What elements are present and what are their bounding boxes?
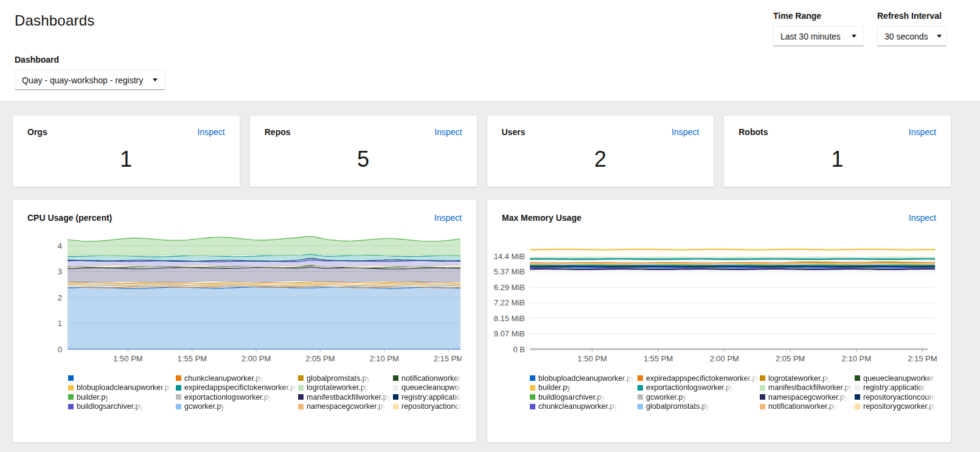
legend-label: blobuploadcleanupworker.py: [77, 383, 173, 392]
legend-item: notificationworker.py: [393, 374, 462, 383]
legend-label: expiredappspecifictokenworker.py: [646, 374, 760, 383]
legend-label: blobuploadcleanupworker.py: [538, 374, 634, 383]
stat-card-repos: Repos Inspect 5: [250, 116, 477, 187]
svg-text:0: 0: [58, 345, 62, 354]
stat-value: 2: [502, 137, 700, 179]
stat-value: 1: [738, 137, 936, 179]
legend-item: exportactionlogsworker.py: [176, 392, 298, 402]
legend-label: builder.py: [538, 383, 571, 392]
legend-swatch-icon: [393, 394, 398, 400]
legend-item: registry:application: [855, 383, 936, 393]
legend-swatch-icon: [68, 394, 74, 400]
legend-item: expiredappspecifictokenworker.py: [176, 383, 298, 393]
legend-item: manifestbackfillworker.py: [298, 392, 393, 402]
legend-item: builder.py: [530, 383, 638, 393]
legend-swatch-icon: [638, 375, 643, 381]
chart-cards-row: CPU Usage (percent) Inspect 012341:50 PM…: [13, 200, 951, 442]
legend-swatch-icon: [176, 404, 181, 409]
inspect-link[interactable]: Inspect: [434, 213, 462, 223]
stat-card-title: Robots: [738, 127, 768, 137]
legend-swatch-icon: [855, 375, 860, 381]
legend-label: globalpromstats.py: [646, 402, 710, 411]
legend-item: logrotateworker.py: [760, 374, 855, 383]
svg-text:1:50 PM: 1:50 PM: [577, 354, 606, 363]
legend-label: notificationworker.py: [768, 402, 837, 411]
legend-item: [68, 374, 176, 383]
max-memory-usage-chart[interactable]: 0 B19.07 MiB38.15 MiB57.22 MiB76.29 MiB9…: [493, 228, 937, 366]
legend-label: namespacegcworker.py: [307, 402, 386, 411]
svg-text:2:05 PM: 2:05 PM: [776, 354, 805, 363]
svg-text:95.37 MiB: 95.37 MiB: [493, 267, 525, 276]
inspect-link[interactable]: Inspect: [909, 213, 936, 223]
legend-item: exportactionlogsworker.py: [638, 383, 760, 393]
stat-card-title: Orgs: [27, 127, 47, 137]
dashboard-label: Dashboard: [15, 55, 965, 64]
legend-swatch-icon: [638, 404, 643, 409]
time-range-group: Time Range Last 30 minutes: [773, 11, 864, 46]
legend-swatch-icon: [855, 394, 860, 400]
legend-label: manifestbackfillworker.py: [307, 393, 391, 402]
legend-swatch-icon: [760, 375, 765, 381]
stat-card-robots: Robots Inspect 1: [724, 116, 951, 187]
caret-down-icon: [153, 78, 158, 82]
max-memory-panel: Max Memory Usage Inspect 0 B19.07 MiB38.…: [487, 200, 951, 442]
page-header: Dashboards Time Range Last 30 minutes Re…: [0, 0, 980, 102]
legend-item: builder.py: [68, 392, 176, 402]
legend-label: repositoryactioncounter.py: [401, 402, 462, 411]
legend-label: exportactionlogsworker.py: [646, 383, 734, 392]
legend-swatch-icon: [855, 404, 860, 409]
legend-swatch-icon: [298, 385, 304, 391]
stat-card-users: Users Inspect 2: [487, 116, 714, 187]
svg-text:2:00 PM: 2:00 PM: [242, 354, 271, 363]
inspect-link[interactable]: Inspect: [434, 127, 462, 137]
legend-swatch-icon: [530, 404, 535, 409]
legend-label: globalpromstats.py: [307, 374, 370, 383]
legend-swatch-icon: [760, 385, 765, 391]
legend-label: buildlogsarchiver.py: [538, 393, 605, 402]
caret-down-icon: [937, 35, 942, 38]
legend-item: registry:application: [393, 392, 462, 402]
svg-text:38.15 MiB: 38.15 MiB: [493, 314, 525, 323]
legend-item: chunkcleanupworker.py: [176, 374, 298, 383]
legend-item: namespacegcworker.py: [760, 392, 855, 402]
legend-label: expiredappspecifictokenworker.py: [184, 383, 298, 392]
svg-text:57.22 MiB: 57.22 MiB: [493, 298, 525, 307]
svg-text:2:15 PM: 2:15 PM: [908, 354, 937, 363]
legend-swatch-icon: [530, 385, 535, 391]
refresh-interval-group: Refresh Interval 30 seconds: [877, 11, 947, 46]
legend-item: repositoryactioncounter.py: [855, 392, 936, 402]
dashboard-select[interactable]: Quay - quay-workshop - registry: [15, 70, 165, 90]
dashboard-value: Quay - quay-workshop - registry: [22, 75, 143, 85]
legend-item: repositoryactioncounter.py: [393, 402, 462, 412]
legend-swatch-icon: [68, 375, 74, 381]
legend-item: repositorygcworker.py: [855, 402, 936, 412]
legend-label: manifestbackfillworker.py: [768, 383, 853, 392]
legend-swatch-icon: [393, 385, 398, 391]
legend-label: repositoryactioncounter.py: [863, 393, 936, 402]
inspect-link[interactable]: Inspect: [672, 127, 699, 137]
time-range-label: Time Range: [773, 11, 864, 21]
inspect-link[interactable]: Inspect: [909, 127, 936, 137]
page-title: Dashboards: [15, 12, 94, 29]
svg-text:76.29 MiB: 76.29 MiB: [493, 283, 525, 292]
svg-text:2: 2: [58, 293, 62, 302]
cpu-usage-chart[interactable]: 012341:50 PM1:55 PM2:00 PM2:05 PM2:10 PM…: [27, 228, 462, 366]
legend-item: blobuploadcleanupworker.py: [530, 374, 638, 383]
svg-text:4: 4: [58, 242, 62, 251]
legend-label: chunkcleanupworker.py: [184, 374, 264, 383]
cpu-chart-legend: blobuploadcleanupworker.pybuilder.pybuil…: [68, 374, 462, 411]
legend-swatch-icon: [298, 394, 304, 400]
legend-label: builder.py: [77, 393, 109, 402]
legend-item: chunkcleanupworker.py: [530, 402, 638, 412]
legend-item: globalpromstats.py: [638, 402, 760, 412]
legend-item: globalpromstats.py: [298, 374, 393, 383]
svg-text:2:15 PM: 2:15 PM: [434, 354, 462, 363]
refresh-interval-select[interactable]: 30 seconds: [877, 26, 947, 46]
legend-swatch-icon: [530, 394, 535, 400]
inspect-link[interactable]: Inspect: [198, 127, 225, 137]
caret-down-icon: [852, 35, 857, 38]
legend-label: gcworker.py: [646, 393, 687, 402]
time-range-select[interactable]: Last 30 minutes: [773, 26, 864, 46]
stat-card-title: Repos: [265, 127, 291, 137]
svg-text:19.07 MiB: 19.07 MiB: [493, 329, 525, 338]
